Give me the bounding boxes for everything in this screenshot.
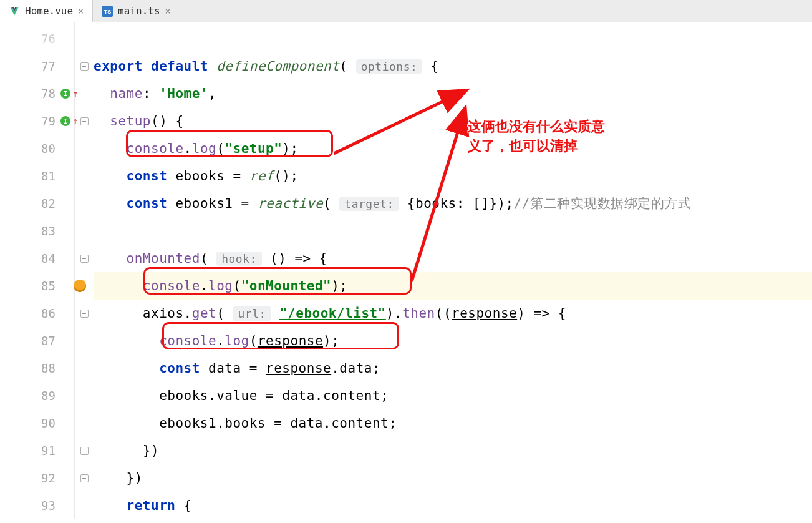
code-line: name: 'Home',	[94, 80, 812, 107]
code-line: setup() {	[94, 107, 812, 135]
line-number: 92	[0, 464, 74, 492]
fold-toggle-icon[interactable]: −	[80, 447, 89, 455]
fold-toggle-icon[interactable]: −	[80, 255, 89, 263]
fold-toggle-icon[interactable]: −	[80, 474, 89, 482]
tab-label: main.ts	[118, 5, 160, 17]
ts-icon: TS	[102, 6, 113, 17]
line-number: 82	[0, 190, 74, 217]
inspection-marker-icon[interactable]: I	[60, 116, 70, 126]
line-number: 87	[0, 327, 74, 354]
code-line: })	[94, 437, 812, 464]
code-line: console.log(response);	[94, 327, 812, 354]
line-number: 90	[0, 409, 74, 437]
code-area[interactable]: export default defineComponent( options:…	[94, 22, 812, 519]
line-number: 79 I ↑	[0, 107, 74, 135]
arrow-up-icon: ↑	[72, 88, 78, 99]
code-line: axios.get( url: "/ebook/list").then((res…	[94, 300, 812, 327]
line-number: 84	[0, 245, 74, 272]
line-number: 89	[0, 382, 74, 409]
code-line: const data = response.data;	[94, 354, 812, 382]
line-number: 86	[0, 300, 74, 327]
code-line	[94, 25, 812, 52]
code-line	[94, 217, 812, 245]
tab-label: Home.vue	[25, 5, 73, 17]
code-line: export default defineComponent( options:…	[94, 52, 812, 80]
line-number: 76	[0, 25, 74, 52]
fold-toggle-icon[interactable]: −	[80, 310, 89, 318]
code-line: return {	[94, 492, 812, 519]
fold-toggle-icon[interactable]: −	[80, 62, 89, 71]
line-number: 78 I ↑	[0, 80, 74, 107]
arrow-up-icon: ↑	[72, 115, 78, 127]
code-line: const ebooks = ref();	[94, 162, 812, 190]
tab-main-ts[interactable]: TS main.ts ×	[93, 0, 180, 22]
code-line: ebooks1.books = data.content;	[94, 409, 812, 437]
tab-home-vue[interactable]: Home.vue ×	[0, 0, 93, 22]
code-line: onMounted( hook: () => {	[94, 245, 812, 272]
code-editor[interactable]: 76 77 78 I ↑ 79 I ↑ 80 81 82 83 84 85 86…	[0, 22, 812, 519]
line-number: 85	[0, 272, 74, 300]
svg-text:TS: TS	[104, 8, 112, 14]
inspection-marker-icon[interactable]: I	[60, 89, 70, 99]
line-number: 80	[0, 135, 74, 162]
code-line: })	[94, 464, 812, 492]
line-number: 91	[0, 437, 74, 464]
line-number: 77	[0, 52, 74, 80]
fold-toggle-icon[interactable]: −	[80, 117, 89, 125]
code-line: console.log("setup");	[94, 135, 812, 162]
close-icon[interactable]: ×	[165, 6, 171, 17]
gutter: 76 77 78 I ↑ 79 I ↑ 80 81 82 83 84 85 86…	[0, 22, 75, 519]
code-line: ebooks.value = data.content;	[94, 382, 812, 409]
line-number: 88	[0, 354, 74, 382]
line-number: 81	[0, 162, 74, 190]
close-icon[interactable]: ×	[78, 6, 84, 17]
vue-icon	[9, 6, 20, 17]
line-number: 83	[0, 217, 74, 245]
editor-tabs: Home.vue × TS main.ts ×	[0, 0, 812, 22]
code-line: console.log("onMounted");	[94, 272, 812, 300]
lightbulb-icon[interactable]	[74, 280, 86, 292]
line-number: 93	[0, 492, 74, 519]
code-line: const ebooks1 = reactive( target: {books…	[94, 190, 812, 217]
